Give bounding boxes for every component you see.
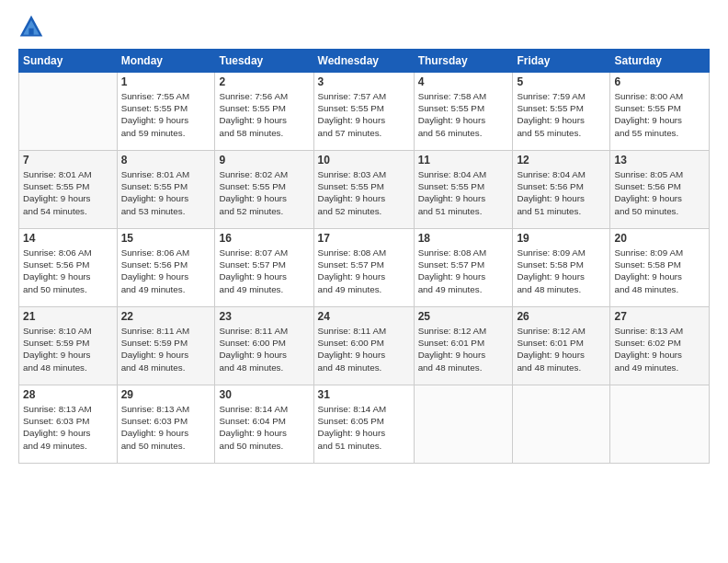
cell-info: Sunrise: 7:55 AMSunset: 5:55 PMDaylight:…: [121, 90, 211, 139]
sunrise-text: Sunrise: 8:08 AM: [418, 247, 487, 258]
daylight-text: Daylight: 9 hours: [418, 193, 486, 203]
cell-info: Sunrise: 8:11 AMSunset: 6:00 PMDaylight:…: [219, 325, 309, 373]
daylight-text: Daylight: 9 hours: [614, 193, 682, 203]
week-row-1: 1Sunrise: 7:55 AMSunset: 5:55 PMDaylight…: [19, 73, 710, 151]
cell-info: Sunrise: 8:08 AMSunset: 5:57 PMDaylight:…: [318, 247, 410, 295]
cell-info: Sunrise: 8:13 AMSunset: 6:03 PMDaylight:…: [23, 403, 113, 452]
daylight-text: Daylight: 9 hours: [121, 115, 189, 125]
day-header-wednesday: Wednesday: [313, 50, 414, 73]
daylight-text-cont: and 55 minutes.: [614, 128, 678, 138]
calendar-cell: 21Sunrise: 8:10 AMSunset: 5:59 PMDayligh…: [19, 307, 118, 385]
daylight-text-cont: and 56 minutes.: [418, 128, 483, 138]
sunset-text: Sunset: 5:56 PM: [517, 181, 583, 191]
sunset-text: Sunset: 5:55 PM: [23, 181, 89, 191]
calendar-cell: 24Sunrise: 8:11 AMSunset: 6:00 PMDayligh…: [313, 307, 414, 385]
calendar-cell: 15Sunrise: 8:06 AMSunset: 5:56 PMDayligh…: [117, 229, 215, 307]
sunrise-text: Sunrise: 8:00 AM: [614, 91, 683, 101]
daylight-text-cont: and 49 minutes.: [614, 362, 678, 373]
cell-info: Sunrise: 8:01 AMSunset: 5:55 PMDaylight:…: [23, 168, 113, 217]
cell-info: Sunrise: 8:09 AMSunset: 5:58 PMDaylight:…: [517, 247, 606, 295]
cell-info: Sunrise: 8:06 AMSunset: 5:56 PMDaylight:…: [121, 247, 211, 295]
daylight-text: Daylight: 9 hours: [23, 350, 91, 360]
cell-info: Sunrise: 8:06 AMSunset: 5:56 PMDaylight:…: [23, 247, 113, 295]
daylight-text-cont: and 48 minutes.: [517, 362, 581, 373]
daylight-text-cont: and 54 minutes.: [23, 206, 87, 216]
calendar-cell: 26Sunrise: 8:12 AMSunset: 6:01 PMDayligh…: [513, 307, 610, 385]
sunrise-text: Sunrise: 8:09 AM: [614, 247, 683, 258]
cell-date: 10: [318, 154, 410, 167]
calendar-cell: [610, 385, 710, 464]
calendar-cell: 6Sunrise: 8:00 AMSunset: 5:55 PMDaylight…: [610, 73, 710, 151]
daylight-text: Daylight: 9 hours: [23, 428, 91, 438]
daylight-text-cont: and 48 minutes.: [614, 284, 678, 294]
cell-date: 30: [219, 388, 309, 401]
daylight-text: Daylight: 9 hours: [318, 115, 386, 125]
sunrise-text: Sunrise: 8:03 AM: [318, 169, 387, 179]
cell-info: Sunrise: 8:01 AMSunset: 5:55 PMDaylight:…: [121, 168, 211, 217]
sunrise-text: Sunrise: 8:11 AM: [318, 326, 387, 336]
daylight-text: Daylight: 9 hours: [121, 350, 189, 360]
daylight-text-cont: and 48 minutes.: [418, 362, 483, 373]
sunset-text: Sunset: 5:59 PM: [23, 338, 89, 348]
calendar-cell: 3Sunrise: 7:57 AMSunset: 5:55 PMDaylight…: [313, 73, 414, 151]
daylight-text-cont: and 50 minutes.: [121, 441, 186, 451]
day-header-saturday: Saturday: [610, 50, 710, 73]
day-header-thursday: Thursday: [414, 50, 513, 73]
daylight-text-cont: and 48 minutes.: [318, 362, 382, 373]
cell-info: Sunrise: 7:56 AMSunset: 5:55 PMDaylight:…: [219, 90, 309, 139]
cell-date: 22: [121, 310, 211, 323]
calendar-cell: 13Sunrise: 8:05 AMSunset: 5:56 PMDayligh…: [610, 151, 710, 229]
sunrise-text: Sunrise: 8:07 AM: [219, 247, 288, 258]
cell-date: 21: [23, 310, 113, 323]
daylight-text-cont: and 48 minutes.: [23, 362, 87, 373]
day-header-tuesday: Tuesday: [215, 50, 313, 73]
cell-info: Sunrise: 8:13 AMSunset: 6:02 PMDaylight:…: [614, 325, 705, 373]
cell-info: Sunrise: 8:11 AMSunset: 6:00 PMDaylight:…: [318, 325, 410, 373]
header: [18, 14, 710, 40]
daylight-text-cont: and 48 minutes.: [121, 362, 186, 373]
cell-date: 28: [23, 388, 113, 401]
daylight-text-cont: and 50 minutes.: [219, 441, 283, 451]
cell-info: Sunrise: 8:08 AMSunset: 5:57 PMDaylight:…: [418, 247, 509, 295]
sunset-text: Sunset: 6:02 PM: [614, 338, 680, 348]
cell-info: Sunrise: 8:00 AMSunset: 5:55 PMDaylight:…: [614, 90, 705, 139]
logo: [18, 14, 48, 40]
sunrise-text: Sunrise: 8:13 AM: [121, 404, 190, 414]
calendar-cell: 20Sunrise: 8:09 AMSunset: 5:58 PMDayligh…: [610, 229, 710, 307]
daylight-text-cont: and 53 minutes.: [121, 206, 186, 216]
calendar-cell: 28Sunrise: 8:13 AMSunset: 6:03 PMDayligh…: [19, 385, 118, 464]
cell-info: Sunrise: 7:57 AMSunset: 5:55 PMDaylight:…: [318, 90, 410, 139]
calendar-header-row: SundayMondayTuesdayWednesdayThursdayFrid…: [19, 50, 710, 73]
cell-info: Sunrise: 8:05 AMSunset: 5:56 PMDaylight:…: [614, 168, 705, 217]
day-header-friday: Friday: [513, 50, 610, 73]
sunset-text: Sunset: 5:55 PM: [121, 103, 188, 113]
week-row-5: 28Sunrise: 8:13 AMSunset: 6:03 PMDayligh…: [19, 385, 710, 464]
calendar-cell: 29Sunrise: 8:13 AMSunset: 6:03 PMDayligh…: [117, 385, 215, 464]
cell-date: 12: [517, 154, 606, 167]
calendar-cell: 12Sunrise: 8:04 AMSunset: 5:56 PMDayligh…: [513, 151, 610, 229]
daylight-text-cont: and 49 minutes.: [121, 284, 186, 294]
cell-info: Sunrise: 8:10 AMSunset: 5:59 PMDaylight:…: [23, 325, 113, 373]
daylight-text: Daylight: 9 hours: [318, 350, 386, 360]
cell-date: 24: [318, 310, 410, 323]
daylight-text-cont: and 48 minutes.: [219, 362, 283, 373]
calendar-cell: 23Sunrise: 8:11 AMSunset: 6:00 PMDayligh…: [215, 307, 313, 385]
cell-date: 27: [614, 310, 705, 323]
cell-date: 20: [614, 232, 705, 245]
cell-date: 14: [23, 232, 113, 245]
daylight-text: Daylight: 9 hours: [517, 350, 585, 360]
sunset-text: Sunset: 5:55 PM: [418, 181, 484, 191]
cell-info: Sunrise: 8:13 AMSunset: 6:03 PMDaylight:…: [121, 403, 211, 452]
daylight-text-cont: and 48 minutes.: [517, 284, 581, 294]
calendar-cell: 18Sunrise: 8:08 AMSunset: 5:57 PMDayligh…: [414, 229, 513, 307]
calendar-cell: 7Sunrise: 8:01 AMSunset: 5:55 PMDaylight…: [19, 151, 118, 229]
cell-info: Sunrise: 8:12 AMSunset: 6:01 PMDaylight:…: [418, 325, 509, 373]
calendar-cell: 16Sunrise: 8:07 AMSunset: 5:57 PMDayligh…: [215, 229, 313, 307]
cell-date: 26: [517, 310, 606, 323]
cell-info: Sunrise: 7:59 AMSunset: 5:55 PMDaylight:…: [517, 90, 606, 139]
calendar-cell: 22Sunrise: 8:11 AMSunset: 5:59 PMDayligh…: [117, 307, 215, 385]
sunset-text: Sunset: 6:00 PM: [318, 338, 384, 348]
daylight-text: Daylight: 9 hours: [219, 115, 287, 125]
daylight-text: Daylight: 9 hours: [318, 193, 386, 203]
daylight-text: Daylight: 9 hours: [418, 350, 486, 360]
